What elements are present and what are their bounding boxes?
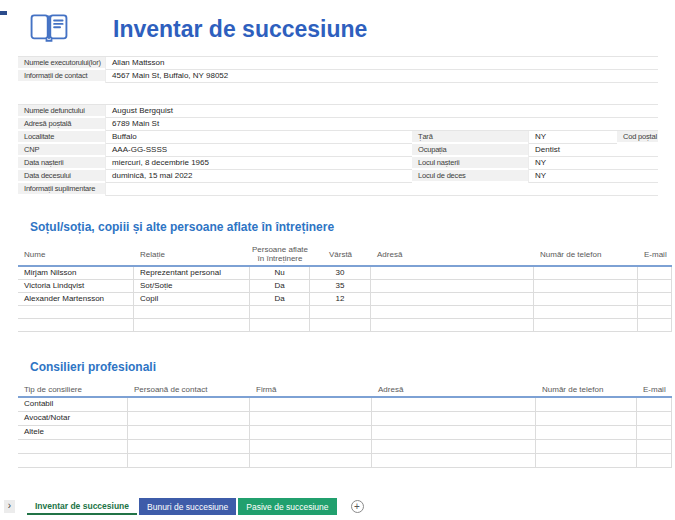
table-cell[interactable] xyxy=(371,319,534,331)
table-cell[interactable] xyxy=(310,306,371,318)
field-value[interactable] xyxy=(105,183,658,196)
field-value[interactable]: NY xyxy=(528,131,617,144)
table-cell[interactable] xyxy=(128,454,250,467)
table-cell[interactable] xyxy=(638,293,672,305)
table-cell[interactable]: Alexander Martensson xyxy=(18,293,134,305)
table-cell[interactable] xyxy=(372,426,536,439)
table-cell[interactable] xyxy=(134,319,250,331)
table-cell[interactable] xyxy=(250,398,372,411)
table-cell[interactable]: Reprezentant personal xyxy=(134,267,250,279)
table-cell[interactable]: Da xyxy=(250,293,310,305)
sheet-tab[interactable]: Bunuri de succesiune xyxy=(139,498,236,515)
table-row: Victoria LindqvistSoț/SoțieDa35 xyxy=(18,280,672,293)
table-cell[interactable] xyxy=(534,319,638,331)
table-cell[interactable] xyxy=(250,440,372,453)
table-cell[interactable] xyxy=(250,319,310,331)
field-value[interactable]: Dentist xyxy=(528,144,658,157)
table-cell[interactable] xyxy=(128,398,250,411)
table-cell[interactable] xyxy=(371,267,534,279)
table-cell[interactable] xyxy=(128,426,250,439)
column-header: Persoană de contact xyxy=(128,385,250,394)
table-cell[interactable] xyxy=(372,454,536,467)
table-cell[interactable] xyxy=(372,398,536,411)
table-cell[interactable] xyxy=(536,412,637,425)
table-cell[interactable]: 12 xyxy=(310,293,371,305)
sheet-tab[interactable]: Inventar de succesiune xyxy=(27,498,137,515)
field-label: Localitate xyxy=(18,131,105,144)
table-cell[interactable] xyxy=(371,306,534,318)
table-cell[interactable] xyxy=(534,293,638,305)
table-cell[interactable]: Victoria Lindqvist xyxy=(18,280,134,292)
table-cell[interactable] xyxy=(638,319,672,331)
field-value[interactable]: NY xyxy=(528,157,658,170)
chevron-right-icon[interactable]: › xyxy=(4,500,15,513)
table-cell[interactable] xyxy=(310,319,371,331)
table-cell[interactable]: Soț/Soție xyxy=(134,280,250,292)
column-header: Număr de telefon xyxy=(536,385,637,394)
form-row: Adresă poștală6789 Main St xyxy=(18,118,658,131)
field-label: Data decesului xyxy=(18,170,105,183)
dependents-table: NumeRelațiePersoane aflate în întreținer… xyxy=(18,243,672,332)
field-value[interactable]: AAA-GG-SSSS xyxy=(105,144,412,157)
field-value[interactable]: Allan Mattsson xyxy=(105,57,658,70)
table-cell[interactable]: Da xyxy=(250,280,310,292)
table-cell[interactable] xyxy=(534,280,638,292)
table-cell[interactable]: 35 xyxy=(310,280,371,292)
table-cell[interactable] xyxy=(250,426,372,439)
form-row: Numele executorului(lor)Allan Mattsson xyxy=(18,57,658,70)
table-cell[interactable] xyxy=(250,412,372,425)
table-cell[interactable] xyxy=(18,440,128,453)
table-cell[interactable] xyxy=(637,398,672,411)
form-row: Numele defunctuluiAugust Bergquist xyxy=(18,105,658,118)
field-value[interactable]: 6789 Main St xyxy=(105,118,658,131)
column-header: Tip de consiliere xyxy=(18,385,128,394)
table-cell[interactable] xyxy=(638,267,672,279)
table-cell[interactable] xyxy=(536,440,637,453)
table-cell[interactable]: Nu xyxy=(250,267,310,279)
table-cell[interactable]: Copil xyxy=(134,293,250,305)
table-cell[interactable] xyxy=(637,440,672,453)
table-cell[interactable] xyxy=(371,280,534,292)
table-cell[interactable] xyxy=(134,306,250,318)
table-cell[interactable] xyxy=(534,306,638,318)
table-cell[interactable] xyxy=(534,267,638,279)
advisors-table-body: ContabilAvocat/NotarAltele xyxy=(18,398,672,468)
sheet-tab[interactable]: Pasive de succesiune xyxy=(238,498,336,515)
table-cell[interactable] xyxy=(536,454,637,467)
table-cell[interactable] xyxy=(536,426,637,439)
table-cell[interactable]: Altele xyxy=(18,426,128,439)
table-row: Mirjam NilssonReprezentant personalNu30 xyxy=(18,267,672,280)
table-cell[interactable] xyxy=(128,412,250,425)
table-cell[interactable]: Avocat/Notar xyxy=(18,412,128,425)
table-cell[interactable] xyxy=(638,280,672,292)
column-header: Persoane aflate în întreținere xyxy=(250,245,310,263)
table-cell[interactable]: Contabil xyxy=(18,398,128,411)
table-cell[interactable] xyxy=(637,412,672,425)
table-cell[interactable] xyxy=(250,306,310,318)
add-sheet-button[interactable]: + xyxy=(351,500,364,513)
table-cell[interactable] xyxy=(372,440,536,453)
table-cell[interactable] xyxy=(250,454,372,467)
field-value[interactable]: August Bergquist xyxy=(105,105,658,118)
table-cell[interactable] xyxy=(18,454,128,467)
column-header: Adresă xyxy=(371,250,534,259)
table-cell[interactable] xyxy=(372,412,536,425)
table-cell[interactable] xyxy=(638,306,672,318)
table-cell[interactable] xyxy=(18,306,134,318)
field-value[interactable]: Buffalo xyxy=(105,131,412,144)
table-row: Contabil xyxy=(18,398,672,412)
field-value[interactable]: 4567 Main St, Buffalo, NY 98052 xyxy=(105,70,658,83)
field-label: Ocupația xyxy=(412,144,528,157)
table-cell[interactable] xyxy=(637,454,672,467)
table-cell[interactable] xyxy=(18,319,134,331)
table-cell[interactable]: 30 xyxy=(310,267,371,279)
table-cell[interactable] xyxy=(536,398,637,411)
table-cell[interactable] xyxy=(128,440,250,453)
table-cell[interactable] xyxy=(637,426,672,439)
form-row: CNPAAA-GG-SSSSOcupațiaDentist xyxy=(18,144,658,157)
field-value[interactable]: miercuri, 8 decembrie 1965 xyxy=(105,157,412,170)
field-value[interactable]: NY xyxy=(528,170,658,183)
table-cell[interactable] xyxy=(371,293,534,305)
table-cell[interactable]: Mirjam Nilsson xyxy=(18,267,134,279)
field-value[interactable]: duminică, 15 mai 2022 xyxy=(105,170,412,183)
